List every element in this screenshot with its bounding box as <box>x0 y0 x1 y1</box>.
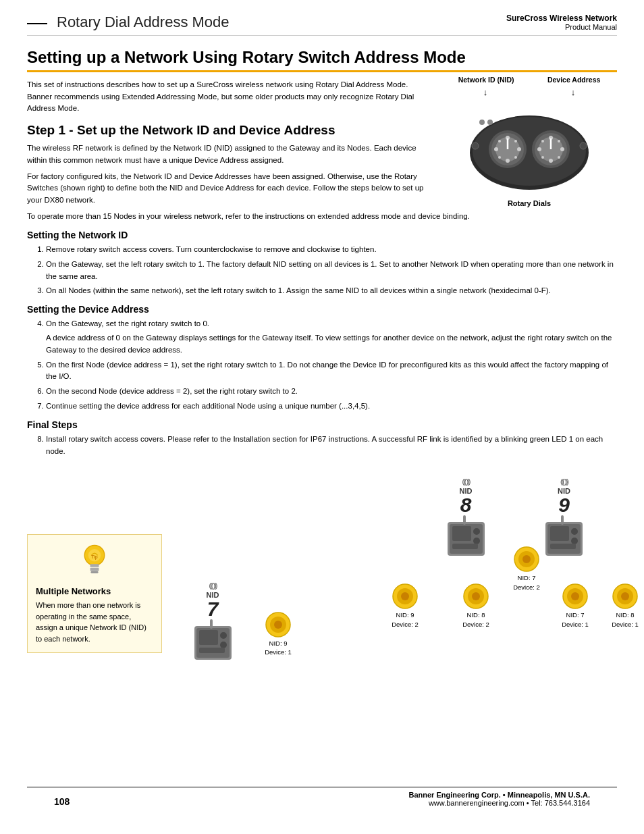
svg-point-27 <box>487 120 493 125</box>
node-device-nid9-2 <box>392 582 419 610</box>
nid9-label-group: NID 9 <box>558 487 570 515</box>
node-device-nid7-2 <box>513 545 540 573</box>
svg-point-6 <box>506 159 510 163</box>
svg-rect-54 <box>452 544 478 549</box>
svg-point-7 <box>494 147 498 151</box>
svg-point-74 <box>621 592 629 600</box>
tip-box: Tip Multiple Networks When more than one… <box>27 534 162 653</box>
svg-rect-42 <box>210 619 213 629</box>
svg-point-26 <box>479 120 485 125</box>
diagram-nid8-node1: NID: 8 Device: 1 <box>601 582 644 629</box>
network-diagrams: ((( ))) NID 7 <box>172 477 617 667</box>
svg-point-8 <box>517 147 521 151</box>
rotary-labels: Network ID (NID) Device Address <box>441 76 617 85</box>
svg-point-52 <box>473 528 480 535</box>
svg-point-39 <box>220 632 227 639</box>
list-item: On the Gateway, set the right rotary swi… <box>46 318 617 356</box>
diagram-nid9-gateway-group: ((( ))) NID 9 <box>542 477 586 563</box>
page-footer: 108 Banner Engineering Corp. • Minneapol… <box>27 787 617 810</box>
waves-icon-nid8: ((( ))) <box>462 477 469 486</box>
node-label-nid9-1: NID: 9 Device: 1 <box>265 639 292 657</box>
svg-point-11 <box>498 156 501 159</box>
rotary-device-image <box>462 99 597 193</box>
footer-info: Banner Engineering Corp. • Minneapolis, … <box>409 791 591 807</box>
rotary-dials-label: Rotary Dials <box>441 199 617 207</box>
svg-rect-38 <box>199 630 218 645</box>
svg-point-48 <box>401 592 409 600</box>
svg-point-24 <box>558 156 560 159</box>
arrow-right-icon: ↓ <box>571 87 576 97</box>
nid8-value: 8 <box>460 495 472 515</box>
svg-rect-51 <box>452 526 471 541</box>
final-steps-heading: Final Steps <box>27 419 617 430</box>
page-header: Rotary Dial Address Mode SureCross Wirel… <box>27 14 617 36</box>
svg-point-22 <box>558 140 560 142</box>
tip-box-title: Multiple Networks <box>36 586 153 596</box>
nid7-value: 7 <box>207 599 219 619</box>
arrow-left-icon: ↓ <box>483 87 488 97</box>
diagram-nid8-gateway-group: ((( ))) NID 8 <box>425 477 506 563</box>
nid9-value: 9 <box>558 495 570 515</box>
svg-text:Tip: Tip <box>91 554 98 560</box>
header-rule <box>27 23 47 24</box>
lightbulb-icon: Tip <box>78 542 111 582</box>
node-label-nid7-1: NID: 7 Device: 1 <box>562 610 589 629</box>
svg-point-20 <box>560 147 564 151</box>
list-item: Install rotary switch access covers. Ple… <box>46 434 617 458</box>
rotary-label-network-id: Network ID (NID) <box>458 76 514 85</box>
diagram-nid7: NID 7 <box>207 591 219 619</box>
list-item: On the first Node (device address = 1), … <box>46 359 617 384</box>
list-item: Continue setting the device address for … <box>46 400 617 413</box>
footer-page-number: 108 <box>54 796 70 807</box>
node-label-nid8-2: NID: 8 Device: 2 <box>462 610 489 629</box>
bottom-diagram: Tip Multiple Networks When more than one… <box>27 477 617 673</box>
node-label-nid9-2-bottom: NID: 9 Device: 2 <box>392 610 419 629</box>
list-item: On all Nodes (within the same network), … <box>46 285 617 297</box>
header-brand: SureCross Wireless Network <box>506 14 617 23</box>
svg-point-40 <box>220 642 227 648</box>
svg-rect-55 <box>463 515 466 525</box>
waves-icon-nid9: ((( ))) <box>560 477 568 486</box>
step1-para2: For factory configured kits, the Network… <box>27 171 435 207</box>
diagram-nid9-node1: NID: 9 Device: 1 <box>254 610 302 657</box>
rotary-label-device-address: Device Address <box>547 76 600 85</box>
node-label-nid8-1: NID: 8 Device: 1 <box>612 610 639 629</box>
node-device-nid7-1 <box>562 582 589 610</box>
svg-point-61 <box>522 555 531 563</box>
svg-point-58 <box>472 592 480 600</box>
svg-rect-67 <box>550 544 576 549</box>
node-device-nid8-2 <box>462 582 489 610</box>
diagram-nid7-gateway-group: ((( ))) NID 7 <box>172 581 253 667</box>
intro-text: This set of instructions describes how t… <box>27 79 435 115</box>
diagram-nid7-node1: NID: 7 Device: 1 <box>552 582 599 629</box>
diagram-nid9-node2: NID: 9 Device: 2 <box>381 582 429 629</box>
svg-point-21 <box>541 140 544 142</box>
diagram-nid8-node2: NID: 8 Device: 2 <box>452 582 500 629</box>
svg-point-10 <box>514 140 517 142</box>
svg-rect-34 <box>90 571 98 574</box>
svg-point-12 <box>514 156 517 159</box>
header-subtitle: Product Manual <box>506 23 617 31</box>
svg-point-71 <box>571 592 579 600</box>
main-title: Setting up a Network Using Rotary Switch… <box>27 48 617 72</box>
svg-rect-32 <box>90 565 99 568</box>
list-item: On the Gateway, set the left rotary swit… <box>46 259 617 283</box>
svg-point-29 <box>580 142 587 149</box>
svg-rect-41 <box>199 648 225 653</box>
setting-device-address-heading: Setting the Device Address <box>27 304 617 315</box>
tip-icon: Tip <box>36 542 153 582</box>
svg-rect-68 <box>561 515 564 525</box>
svg-point-66 <box>571 538 578 544</box>
gateway-device-nid9 <box>542 515 586 563</box>
gateway-device-nid8 <box>444 515 488 563</box>
step1-para1: The wireless RF network is defined by th… <box>27 142 435 167</box>
network-id-list: Remove rotary switch access covers. Turn… <box>46 244 617 297</box>
footer-website: www.bannerengineering.com • Tel: 763.544… <box>409 799 591 807</box>
svg-point-18 <box>549 159 553 163</box>
svg-rect-64 <box>550 526 569 541</box>
svg-point-28 <box>472 142 479 149</box>
header-left: Rotary Dial Address Mode <box>27 14 230 31</box>
node-label-nid7-2: NID: 7 Device: 2 <box>513 573 540 592</box>
rotary-image-container: Network ID (NID) Device Address ↓ ↓ <box>441 76 617 208</box>
svg-point-19 <box>537 147 541 151</box>
